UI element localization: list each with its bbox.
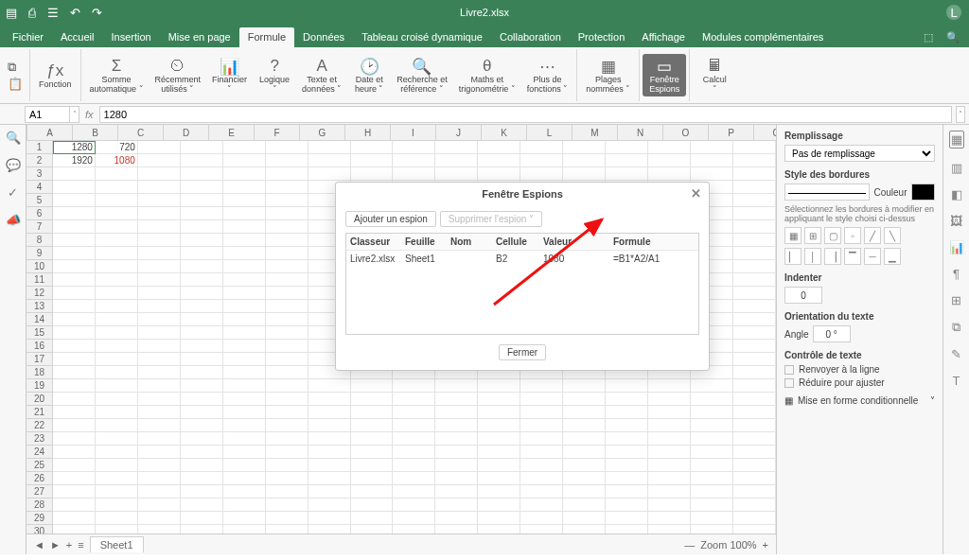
cell[interactable] xyxy=(266,432,308,446)
row-header[interactable]: 6 xyxy=(26,207,53,220)
cell[interactable] xyxy=(96,300,138,313)
cell[interactable] xyxy=(138,247,181,260)
cell[interactable] xyxy=(520,154,563,167)
cell[interactable] xyxy=(733,220,776,234)
cell[interactable] xyxy=(266,287,308,300)
cell[interactable] xyxy=(733,181,776,194)
cell[interactable] xyxy=(351,459,394,472)
cell[interactable] xyxy=(563,512,606,525)
cell[interactable] xyxy=(691,512,733,525)
cell[interactable] xyxy=(181,260,223,273)
cell[interactable] xyxy=(223,194,266,207)
cell[interactable] xyxy=(435,419,478,432)
cell[interactable] xyxy=(53,393,96,406)
cell[interactable] xyxy=(393,154,435,167)
formula-expand[interactable]: ˅ xyxy=(956,106,965,123)
border-right-icon[interactable]: ▕ xyxy=(824,248,841,265)
cell[interactable] xyxy=(96,340,138,353)
row-header[interactable]: 11 xyxy=(26,273,53,287)
cell[interactable] xyxy=(96,326,138,340)
redo-icon[interactable]: ↷ xyxy=(92,6,102,20)
cell[interactable] xyxy=(53,379,96,393)
tab-affichage[interactable]: Affichage xyxy=(633,27,694,47)
cell[interactable] xyxy=(733,499,776,512)
shrink-checkbox[interactable] xyxy=(784,378,794,388)
cell[interactable] xyxy=(648,485,691,499)
cell[interactable] xyxy=(53,234,96,247)
cell[interactable] xyxy=(53,167,96,181)
cell[interactable] xyxy=(96,432,138,446)
cell[interactable] xyxy=(648,154,691,167)
spellcheck-icon[interactable]: ✓ xyxy=(8,185,18,200)
ribbon-récemment[interactable]: ⏲Récemment utilisés ˅ xyxy=(150,54,207,96)
col-header[interactable]: G xyxy=(300,125,345,140)
cell[interactable] xyxy=(181,432,223,446)
sheet-next-icon[interactable]: ► xyxy=(50,539,61,551)
cell[interactable] xyxy=(691,485,733,499)
cell[interactable] xyxy=(478,141,520,154)
cell[interactable] xyxy=(308,459,351,472)
col-header[interactable]: J xyxy=(436,125,482,140)
cell[interactable] xyxy=(53,207,96,220)
cell[interactable] xyxy=(53,446,96,459)
cell[interactable] xyxy=(266,141,308,154)
col-header[interactable]: Q xyxy=(754,125,776,140)
indent-spinner[interactable]: 0 xyxy=(784,287,822,304)
search-icon[interactable]: 🔍 xyxy=(946,31,960,44)
cell[interactable] xyxy=(96,167,138,181)
row-header[interactable]: 12 xyxy=(26,287,53,300)
cell[interactable] xyxy=(435,499,478,512)
cell[interactable] xyxy=(648,512,691,525)
cell[interactable] xyxy=(393,485,435,499)
cell[interactable] xyxy=(266,353,308,366)
cell[interactable] xyxy=(223,366,266,379)
ribbon-financier[interactable]: 📊Financier ˅ xyxy=(206,54,253,96)
cell[interactable] xyxy=(733,393,776,406)
cell[interactable] xyxy=(53,220,96,234)
cell[interactable] xyxy=(138,326,181,340)
cell[interactable] xyxy=(53,247,96,260)
cell[interactable] xyxy=(435,512,478,525)
row-header[interactable]: 9 xyxy=(26,247,53,260)
cell[interactable] xyxy=(563,379,606,393)
cell[interactable] xyxy=(96,181,138,194)
cell[interactable] xyxy=(223,340,266,353)
cell[interactable] xyxy=(266,260,308,273)
cell[interactable] xyxy=(648,167,691,181)
cell[interactable] xyxy=(223,181,266,194)
row-header[interactable]: 22 xyxy=(26,419,53,432)
cell[interactable] xyxy=(308,167,351,181)
cell[interactable] xyxy=(53,485,96,499)
cell[interactable] xyxy=(53,472,96,485)
border-vert-icon[interactable]: │ xyxy=(804,248,821,265)
cell[interactable] xyxy=(393,446,435,459)
cell[interactable] xyxy=(478,499,520,512)
cell[interactable] xyxy=(266,313,308,326)
fx-icon[interactable]: fx xyxy=(79,109,99,120)
border-top-icon[interactable]: ▔ xyxy=(844,248,861,265)
sheet-list-icon[interactable]: ≡ xyxy=(78,539,83,551)
col-header[interactable]: K xyxy=(482,125,527,140)
tab-modules-complémentaires[interactable]: Modules complémentaires xyxy=(694,27,832,47)
cell[interactable] xyxy=(223,247,266,260)
avatar[interactable]: L xyxy=(946,5,961,20)
col-header[interactable]: L xyxy=(527,125,573,140)
cell[interactable] xyxy=(733,326,776,340)
cell[interactable] xyxy=(181,406,223,419)
cell[interactable] xyxy=(181,181,223,194)
cell[interactable] xyxy=(520,141,563,154)
save-icon[interactable]: ▤ xyxy=(6,6,17,20)
row-header[interactable]: 17 xyxy=(26,353,53,366)
cell[interactable] xyxy=(563,154,606,167)
cell[interactable] xyxy=(733,300,776,313)
row-header[interactable]: 3 xyxy=(26,167,53,181)
cell[interactable] xyxy=(53,419,96,432)
cell[interactable] xyxy=(181,154,223,167)
cell[interactable] xyxy=(96,234,138,247)
row-header[interactable]: 28 xyxy=(26,499,53,512)
cell[interactable] xyxy=(96,485,138,499)
cell[interactable] xyxy=(478,472,520,485)
cell[interactable] xyxy=(648,472,691,485)
cell[interactable] xyxy=(435,446,478,459)
cell[interactable] xyxy=(606,472,648,485)
